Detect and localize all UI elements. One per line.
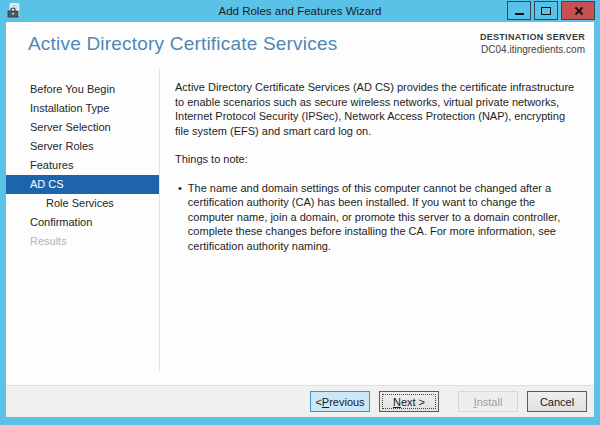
next-label-key: N	[393, 396, 401, 408]
window-controls	[504, 1, 595, 20]
next-button[interactable]: Next >	[379, 391, 439, 412]
previous-button[interactable]: < Previous	[310, 391, 370, 412]
install-button[interactable]: Install	[458, 391, 518, 412]
wizard-footer: < Previous Next > Install Cancel	[6, 385, 594, 417]
cancel-button[interactable]: Cancel	[527, 391, 587, 412]
wizard-frame: Active Directory Certificate Services DE…	[6, 22, 594, 417]
things-to-note-heading: Things to note:	[175, 152, 578, 167]
maximize-button[interactable]	[534, 1, 558, 20]
note-bullet-item: • The name and domain settings of this c…	[175, 181, 578, 254]
wizard-window: Add Roles and Features Wizard Active Dir…	[0, 0, 600, 425]
sidebar-item-before-you-begin[interactable]: Before You Begin	[6, 80, 159, 99]
maximize-icon	[541, 7, 551, 15]
previous-label-key: P	[322, 396, 329, 408]
wizard-header: Active Directory Certificate Services DE…	[6, 22, 594, 68]
bullet-icon: •	[178, 181, 182, 254]
install-label-post: nstall	[477, 396, 503, 408]
page-content: Active Directory Certificate Services (A…	[160, 68, 594, 385]
close-button[interactable]	[561, 1, 595, 20]
wizard-body: Before You Begin Installation Type Serve…	[6, 68, 594, 385]
sidebar-item-server-selection[interactable]: Server Selection	[6, 118, 159, 137]
titlebar[interactable]: Add Roles and Features Wizard	[0, 0, 600, 22]
sidebar-item-server-roles[interactable]: Server Roles	[6, 137, 159, 156]
sidebar-item-installation-type[interactable]: Installation Type	[6, 99, 159, 118]
cancel-label: Cancel	[540, 396, 574, 408]
sidebar-item-ad-cs[interactable]: AD CS	[6, 175, 159, 194]
minimize-icon	[515, 13, 524, 15]
close-icon	[573, 6, 583, 16]
sidebar-item-features[interactable]: Features	[6, 156, 159, 175]
page-title: Active Directory Certificate Services	[28, 33, 337, 55]
intro-paragraph: Active Directory Certificate Services (A…	[175, 80, 578, 138]
destination-server-name: DC04.itingredients.com	[480, 44, 585, 55]
wizard-steps-sidebar: Before You Begin Installation Type Serve…	[6, 68, 160, 372]
sidebar-item-results: Results	[6, 232, 159, 251]
note-bullet-text: The name and domain settings of this com…	[188, 181, 578, 254]
destination-server-label: DESTINATION SERVER	[480, 32, 585, 42]
minimize-button[interactable]	[507, 1, 531, 20]
sidebar-item-confirmation[interactable]: Confirmation	[6, 213, 159, 232]
destination-server-block: DESTINATION SERVER DC04.itingredients.co…	[480, 32, 585, 55]
sidebar-item-role-services[interactable]: Role Services	[6, 194, 159, 213]
previous-label-post: revious	[329, 396, 364, 408]
next-label-post: ext >	[401, 396, 425, 408]
